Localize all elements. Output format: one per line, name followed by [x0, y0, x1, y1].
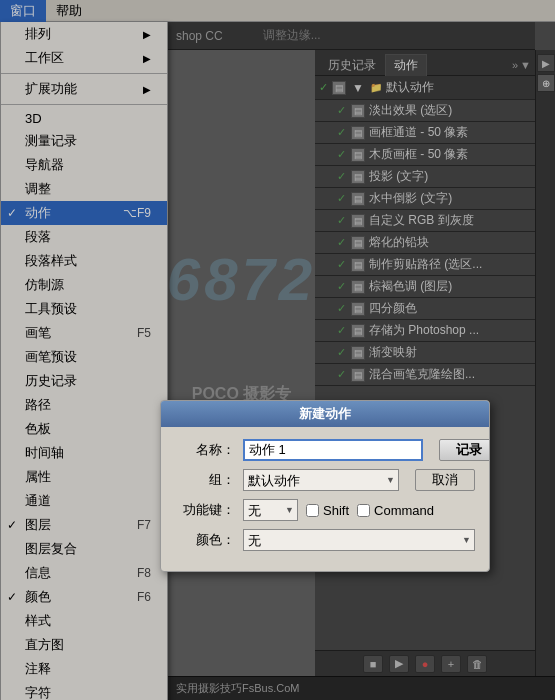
key-select-wrapper[interactable]: 无 — [243, 499, 298, 521]
name-row: 名称： 记录 — [175, 439, 475, 461]
color-row: 颜色： 无 — [175, 529, 475, 551]
group-select-wrapper[interactable]: 默认动作 — [243, 469, 399, 491]
group-row: 组： 默认动作 取消 — [175, 469, 475, 491]
color-select[interactable]: 无 — [243, 529, 475, 551]
group-select[interactable]: 默认动作 — [243, 469, 399, 491]
name-label: 名称： — [175, 441, 235, 459]
new-action-dialog: 新建动作 名称： 记录 组： 默认动作 — [160, 400, 490, 572]
dialog-title: 新建动作 — [161, 401, 489, 427]
record-button[interactable]: 记录 — [439, 439, 490, 461]
dialog-body: 名称： 记录 组： 默认动作 取消 — [161, 427, 489, 571]
name-input[interactable] — [243, 439, 423, 461]
color-select-wrapper[interactable]: 无 — [243, 529, 475, 551]
command-label: Command — [357, 503, 434, 518]
btn-col: 记录 — [439, 439, 490, 461]
group-label: 组： — [175, 471, 235, 489]
color-label: 颜色： — [175, 531, 235, 549]
shift-label: Shift — [306, 503, 349, 518]
key-select[interactable]: 无 — [243, 499, 298, 521]
shift-checkbox[interactable] — [306, 504, 319, 517]
command-checkbox[interactable] — [357, 504, 370, 517]
btn-col-2: 取消 — [415, 469, 475, 491]
ps-background: 窗口 帮助 排列 ▶ 工作区 ▶ 扩展功能 ▶ 3D 测量记录 导航器 调整 ✓ — [0, 0, 555, 700]
cancel-button[interactable]: 取消 — [415, 469, 475, 491]
dialog-overlay: 新建动作 名称： 记录 组： 默认动作 — [0, 0, 555, 700]
key-row: 功能键： 无 Shift Command — [175, 499, 475, 521]
key-label: 功能键： — [175, 501, 235, 519]
